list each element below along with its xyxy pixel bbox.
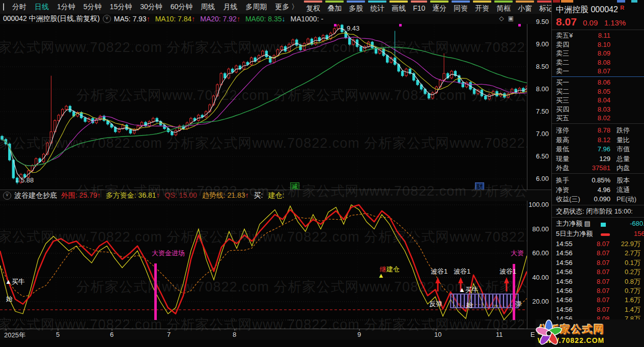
- stat-label-right: 股本: [617, 175, 630, 185]
- time-axis: 2025年567891011E: [0, 329, 551, 340]
- trade-price: 8.07: [597, 267, 609, 277]
- stat-value: 0.090: [594, 194, 610, 204]
- stat-label: 最高: [556, 135, 569, 145]
- level-price: 8.06: [598, 78, 610, 87]
- indicator-annotation-12: 始: [466, 302, 473, 309]
- chart-header: 000042 中洲控股(日线,前复权) ˅ MA5: 7.93↑MA10: 7.…: [0, 14, 551, 24]
- event-badge-1[interactable]: 财: [475, 182, 484, 190]
- menu-item-1[interactable]: 日线: [31, 0, 53, 14]
- time-sales-row: 14:568.072.7万: [552, 248, 644, 258]
- menu-item-10[interactable]: 更多 〉: [271, 0, 302, 14]
- chevron-down-icon[interactable]: ˅: [103, 15, 111, 23]
- menu-item-8[interactable]: 月线: [219, 0, 241, 14]
- menu-color-strip: [430, 1, 449, 3]
- chart-corner-icons[interactable]: ◇▣: [499, 15, 518, 22]
- indicator-annotation-9: 波谷1: [499, 268, 516, 275]
- tool-menu-item-6[interactable]: 逐分: [429, 1, 450, 14]
- indicator-arrow-icon: ↑: [245, 191, 249, 199]
- window-layout-icon[interactable]: [3, 3, 4, 11]
- main-candlestick-chart[interactable]: ←9.43←5.88减财: [0, 24, 527, 190]
- ma-arrow-icon: ↑: [191, 15, 195, 23]
- indicator-legend: 外围: 25.79↑多方资金: 36.81↑QS: 15.00趋势线: 21.8…: [61, 191, 289, 200]
- level-price: 8.05: [598, 87, 610, 96]
- menu-item-0[interactable]: 分时: [8, 0, 31, 14]
- stat-value: 8.78: [598, 125, 610, 135]
- event-badge-0[interactable]: 减: [290, 182, 299, 190]
- stat-label: 净资: [556, 185, 569, 195]
- stat-row: 最高8.12量比: [552, 135, 644, 145]
- level-price: 8.08: [598, 58, 610, 67]
- menu-item-4[interactable]: 15分钟: [106, 0, 136, 14]
- trade-time: 14:56: [556, 286, 573, 296]
- ma-arrow-icon: ↑: [147, 15, 150, 23]
- tool-menu-item-9[interactable]: 简框: [493, 1, 514, 14]
- stat-value: 7.96: [598, 144, 610, 154]
- stat-label: 换手: [556, 175, 569, 185]
- stat-row: 收益(三)0.090PE(动): [552, 194, 644, 204]
- menu-item-2[interactable]: 1分钟: [53, 0, 79, 14]
- stat-value: 4.96: [598, 185, 610, 195]
- menu-color-strip: [347, 1, 365, 3]
- indicator-legend-item-4: 买:: [254, 191, 263, 199]
- level-price: 8.10: [598, 40, 610, 49]
- tool-menu-item-3[interactable]: 统计: [367, 1, 388, 14]
- time-axis-label-5: 9: [357, 331, 361, 338]
- app-window: 分时日线1分钟5分钟15分钟30分钟60分钟周线月线多周期更多 〉 复权叠加多股…: [0, 0, 644, 347]
- last-price: 8.07: [556, 16, 577, 28]
- sell-level-row-3: 卖三8.09: [552, 49, 644, 58]
- indicator-axis-label: 20.00: [532, 298, 549, 306]
- indicator-legend-item-3: 趋势线: 21.83↑: [202, 191, 249, 199]
- ma-legend-item-2: MA20: 7.92↑: [200, 15, 240, 23]
- tool-menu-item-8[interactable]: 开资: [471, 1, 493, 14]
- indicator-axis: 100.0080.0060.0040.0020.00: [527, 201, 551, 329]
- menu-item-6[interactable]: 60分钟: [166, 0, 197, 14]
- indicator-legend-item-2: QS: 15.00: [165, 191, 197, 199]
- level-label: 卖四: [556, 40, 569, 49]
- price-axis: 9.509.008.508.007.507.006.506.00: [527, 24, 551, 190]
- trade-price: 8.07: [597, 277, 609, 286]
- menu-item-5[interactable]: 30分钟: [136, 0, 166, 14]
- indicator-chart[interactable]: 大资金进场大资▲买牛始继建仓▲波谷1波谷1波谷1▲买牛反弹始弹: [0, 201, 527, 329]
- chevron-down-icon[interactable]: ˅: [3, 192, 11, 200]
- level-label: 卖二: [556, 58, 569, 67]
- indicator-annotation-6: ▲: [378, 272, 384, 279]
- menu-color-strip: [494, 1, 513, 3]
- tool-menu-item-4[interactable]: 画线: [388, 1, 409, 14]
- site-logo[interactable]: 分析家公式网 WWW.70822.COM: [536, 319, 644, 347]
- candlestick-svg: [0, 24, 527, 190]
- stock-title: 000042 中洲控股(日线,前复权): [3, 14, 100, 23]
- time-sales-row: 14:568.070.1万: [552, 258, 644, 268]
- tool-menu-item-7[interactable]: 同资: [450, 1, 471, 14]
- menu-item-7[interactable]: 周线: [197, 0, 219, 14]
- sidebar-top-strip: [553, 0, 560, 3]
- tool-menu-item-2[interactable]: 多股: [345, 1, 367, 14]
- indicator-annotation-10: ▲买牛: [459, 286, 479, 293]
- trade-volume: 0.1万: [625, 258, 640, 268]
- low-price-label: ←5.88: [14, 177, 34, 184]
- level-label: 买三: [556, 96, 569, 104]
- tool-menu-item-10[interactable]: 小窗: [514, 1, 536, 14]
- menu-item-9[interactable]: 多周期: [241, 0, 271, 14]
- time-sales-row: 14:568.070.2万: [552, 267, 644, 277]
- menu-item-3[interactable]: 5分钟: [79, 0, 106, 14]
- time-axis-label-4: 8: [233, 331, 236, 338]
- trade-price: 8.07: [597, 239, 609, 249]
- trade-price: 8.07: [597, 305, 609, 314]
- indicator-arrow-icon: ↑: [97, 191, 101, 199]
- tool-menu-item-1[interactable]: 叠加: [324, 1, 345, 14]
- indicator-legend-item-1: 多方资金: 36.81↑: [106, 191, 160, 199]
- trade-time: 14:56: [556, 305, 573, 314]
- peak-price-label: ←9.43: [340, 25, 359, 32]
- red-legend-swatch: [601, 233, 610, 236]
- price-axis-label: 7.00: [536, 130, 549, 138]
- flow-label: 主力净额 ▤: [556, 219, 591, 228]
- sidebar-stock-title: 中洲控股 000042 R: [556, 5, 624, 15]
- indicator-annotation-11: 反弹: [429, 301, 442, 308]
- trade-time: 14:56: [556, 258, 573, 268]
- menu-color-strip: [389, 1, 408, 3]
- indicator-legend-item-0: 外围: 25.79↑: [61, 191, 101, 199]
- tool-menu-item-5[interactable]: F10: [409, 1, 429, 14]
- tool-menu-item-0[interactable]: 复权: [302, 1, 324, 14]
- ma-legend-item-0: MA5: 7.93↑: [114, 15, 150, 23]
- indicator-title: 波谷建仓抄底: [14, 191, 57, 200]
